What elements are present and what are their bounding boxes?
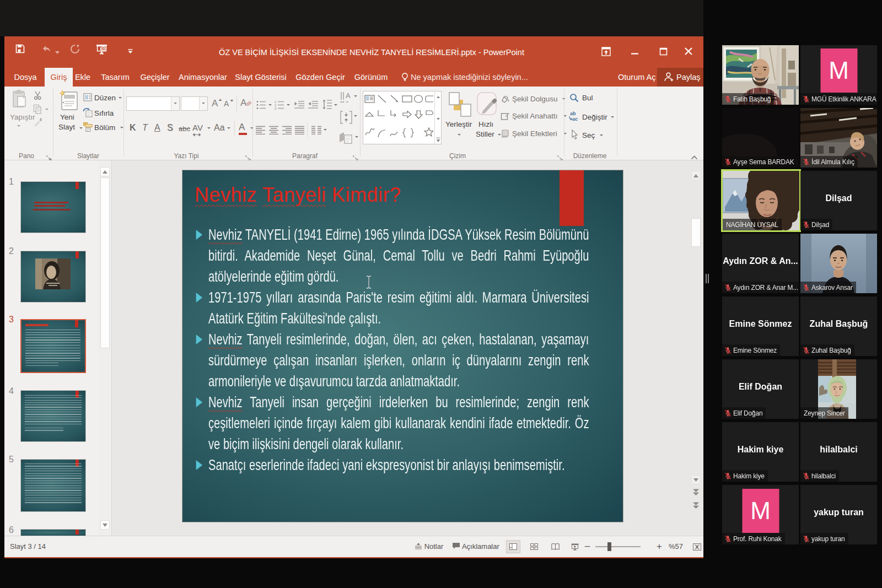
slide-canvas[interactable]: Nevhiz Tanyeli Kimdir? Nevhiz TANYELİ (1… [182,170,623,522]
participant-tile-hilalbalci[interactable]: hilalbalci hilalbalci [800,422,877,482]
tab-tasarim[interactable]: Tasarım [101,68,130,87]
slideshow-view-button[interactable] [568,540,582,553]
undo-dropdown-icon[interactable] [55,47,60,57]
bullets-dropdown-icon[interactable] [268,104,272,107]
decrease-indent-icon[interactable] [294,100,304,112]
quick-styles-label-1[interactable]: Hızlı [478,120,493,128]
participant-tile-emine-sonmez[interactable]: Emine Sönmez Emine Sönmez [722,296,799,356]
align-text-dropdown-icon[interactable] [354,115,357,118]
replace-icon[interactable]: abac [568,111,579,124]
participant-tile-ruhi-konak[interactable]: M Prof. Ruhi Konak [722,485,799,544]
find-label[interactable]: Bul [582,94,593,102]
maximize-icon[interactable] [655,44,671,58]
change-case-button[interactable]: Aa [214,123,225,133]
tab-ekle[interactable]: Ekle [75,68,90,87]
character-spacing-button[interactable]: AV [192,123,203,137]
participant-tile-aydin-zor[interactable]: Aydın ZOR & An... Aydın ZOR & Anar M... [722,234,799,293]
change-case-dropdown-icon[interactable] [227,127,230,131]
font-size-dropdown-icon[interactable] [199,97,207,110]
tab-animasyonlar[interactable]: Animasyonlar [179,68,227,87]
select-dropdown-icon[interactable] [600,134,603,138]
bold-button[interactable]: K [130,123,136,133]
shapes-gallery-icons[interactable] [364,92,433,143]
normal-view-button[interactable] [506,540,520,553]
character-spacing-dropdown-icon[interactable] [207,127,211,131]
numbering-dropdown-icon[interactable] [287,104,290,107]
text-shadow-button[interactable]: S [167,123,173,133]
redo-icon[interactable] [70,44,80,56]
italic-button[interactable]: T [142,123,148,133]
previous-slide-button[interactable] [691,487,701,497]
text-direction-dropdown-icon[interactable] [354,95,357,99]
font-name-dropdown-icon[interactable] [171,97,179,110]
shrink-font-icon[interactable]: A [224,99,234,110]
font-color-dropdown-icon[interactable] [250,127,254,131]
editor-scroll-down-button[interactable] [691,475,701,484]
select-label[interactable]: Seç [582,131,595,139]
font-color-button[interactable]: A [239,122,247,135]
align-right-icon[interactable] [282,126,292,137]
arrange-dropdown-icon[interactable] [458,134,461,137]
align-center-icon[interactable] [269,126,278,137]
thumbnail-scroll-thumb[interactable] [100,177,110,348]
close-icon[interactable] [680,44,697,58]
shapes-gallery-scrollbar[interactable] [434,91,441,144]
strikethrough-button[interactable]: abc [179,125,190,133]
zoom-slider-track[interactable] [595,546,641,547]
participant-tile-nagihan-uysal-active-speaker[interactable]: NAGİHAN UYSAL [723,171,799,230]
slide-bullet-1[interactable]: Nevhiz TANYELİ (1941 Edirne) 1965 yılınd… [208,224,589,287]
slide-thumbnail-4[interactable] [20,390,86,442]
tab-slayt-gosterisi[interactable]: Slayt Gösterisi [235,68,286,87]
video-panel-scrollbar[interactable] [706,274,707,283]
section-label[interactable]: Bölüm [94,123,115,132]
sign-in-button[interactable]: Oturum Aç [618,68,656,87]
tellme-box[interactable]: Ne yapmak istediğinizi söyleyin... [411,68,528,87]
participant-tile-fatih-basbug[interactable]: Fatih Başbuğ [722,45,799,105]
save-icon[interactable] [15,44,25,56]
yazitipi-dialog-launcher[interactable] [245,153,251,159]
layout-label[interactable]: Düzen [94,94,116,102]
zoom-slider-thumb[interactable] [607,542,611,551]
slide-thumbnail-1[interactable] [20,181,86,233]
start-slideshow-icon[interactable] [96,44,107,57]
paste-dropdown-icon[interactable] [17,125,20,128]
zoom-in-button[interactable]: + [657,536,662,557]
font-name-combo[interactable] [126,96,180,111]
editor-scroll-up-button[interactable] [691,171,701,180]
cizim-dialog-launcher[interactable] [557,153,563,159]
zoom-out-button[interactable]: − [584,536,590,557]
replace-dropdown-icon[interactable] [611,116,614,120]
convert-smartart-icon[interactable] [339,132,352,146]
numbering-icon[interactable]: 123 [275,100,284,112]
line-spacing-icon[interactable] [322,99,332,112]
columns-dropdown-icon[interactable] [324,129,327,132]
tab-giris[interactable]: Giriş [45,68,73,87]
align-text-icon[interactable] [340,111,352,126]
next-slide-button[interactable] [691,500,701,510]
slide-bullet-3[interactable]: Nevhiz Tanyeli resimlerinde, doğan, ölen… [208,329,589,392]
participant-tile-ayse-sema[interactable]: Ayşe Sema BARDAK [722,108,799,168]
minimize-icon[interactable] [626,44,643,58]
slide-body-text[interactable]: Nevhiz TANYELİ (1941 Edirne) 1965 yılınd… [208,224,589,476]
participant-tile-zuhal-basbug[interactable]: Zuhal Başbuğ Zuhal Başbuğ [800,296,877,356]
align-left-icon[interactable] [256,126,265,137]
pano-dialog-launcher[interactable] [46,153,52,159]
slide-thumbnail-6[interactable] [20,529,86,536]
thumbnail-scrollbar[interactable] [99,160,112,536]
ribbon-display-options-icon[interactable] [598,44,614,58]
participant-tile-yakup-turan[interactable]: yakup turan yakup turan [800,485,877,544]
tab-dosya[interactable]: Dosya [14,68,36,87]
share-button[interactable]: Paylaş [657,68,703,87]
shape-fill-icon[interactable] [501,94,510,106]
participant-tile-zeynep-sincer[interactable]: Zeynep Sincer [800,359,877,419]
line-spacing-dropdown-icon[interactable] [334,104,337,107]
quick-styles-label-2[interactable]: Stiller [476,130,494,138]
columns-icon[interactable] [311,126,321,137]
copy-dropdown-icon[interactable] [45,109,49,112]
slide-thumbnail-2[interactable] [20,251,86,303]
shape-effects-label[interactable]: Şekil Efektleri [512,130,557,138]
video-panel-scrollbar[interactable] [708,274,709,283]
thumbnail-scroll-up-button[interactable] [100,167,110,176]
arrange-button[interactable] [449,92,472,120]
slide-thumbnail-3-selected[interactable] [20,319,86,373]
